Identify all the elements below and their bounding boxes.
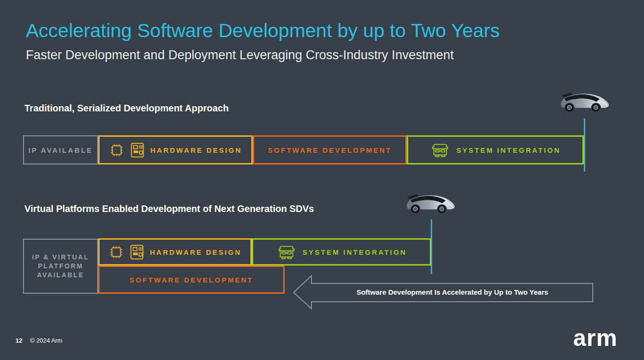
box-hardware-design-label: HARDWARE DESIGN xyxy=(150,146,242,154)
virtual-heading: Virtual Platforms Enabled Development of… xyxy=(24,203,447,214)
slide-root: Accelerating Software Development by up … xyxy=(0,0,644,360)
slide-subtitle: Faster Development and Deployment Levera… xyxy=(26,48,590,63)
box-system-integration-label: SYSTEM INTEGRATION xyxy=(303,248,407,256)
box-ip-available: IP AVAILABLE xyxy=(23,135,98,164)
timeline-end-marker-traditional xyxy=(584,118,585,172)
copyright-text: © 2024 Arm xyxy=(30,337,62,344)
box-hardware-design-virtual: HARDWARE DESIGN xyxy=(98,238,252,266)
page-number: 12 xyxy=(16,337,22,344)
box-software-development-virtual: SOFTWARE DEVELOPMENT xyxy=(98,266,285,294)
arm-logo: arm xyxy=(573,326,618,350)
circuit-board-icon xyxy=(130,142,145,158)
car-front-icon xyxy=(430,142,450,158)
side-box-line: IP & VIRTUAL xyxy=(32,253,89,262)
side-box-line: AVAILABLE xyxy=(37,271,85,280)
chip-icon xyxy=(109,244,124,260)
box-hardware-design-traditional: HARDWARE DESIGN xyxy=(98,135,253,164)
box-system-integration-traditional: SYSTEM INTEGRATION xyxy=(407,135,584,164)
box-hardware-design-label: HARDWARE DESIGN xyxy=(150,248,241,256)
slide-title: Accelerating Software Development by up … xyxy=(26,20,618,42)
concept-car-image xyxy=(558,90,612,112)
box-ip-virtual-platform-available: IP & VIRTUAL PLATFORM AVAILABLE xyxy=(23,239,98,294)
acceleration-arrow-label: Software Development Is Accelerated by U… xyxy=(314,288,591,296)
concept-car-image xyxy=(404,191,458,213)
box-system-integration-virtual: SYSTEM INTEGRATION xyxy=(252,238,431,266)
circuit-board-icon xyxy=(130,244,144,260)
box-ip-available-label: IP AVAILABLE xyxy=(28,146,93,154)
box-software-development-label: SOFTWARE DEVELOPMENT xyxy=(268,146,391,154)
traditional-heading: Traditional, Serialized Development Appr… xyxy=(24,103,447,114)
chip-icon xyxy=(109,142,124,158)
car-front-icon xyxy=(276,244,297,260)
box-system-integration-label: SYSTEM INTEGRATION xyxy=(456,146,560,154)
side-box-line: PLATFORM xyxy=(38,262,84,271)
box-software-development-traditional: SOFTWARE DEVELOPMENT xyxy=(253,135,407,164)
box-software-development-label: SOFTWARE DEVELOPMENT xyxy=(130,276,253,284)
